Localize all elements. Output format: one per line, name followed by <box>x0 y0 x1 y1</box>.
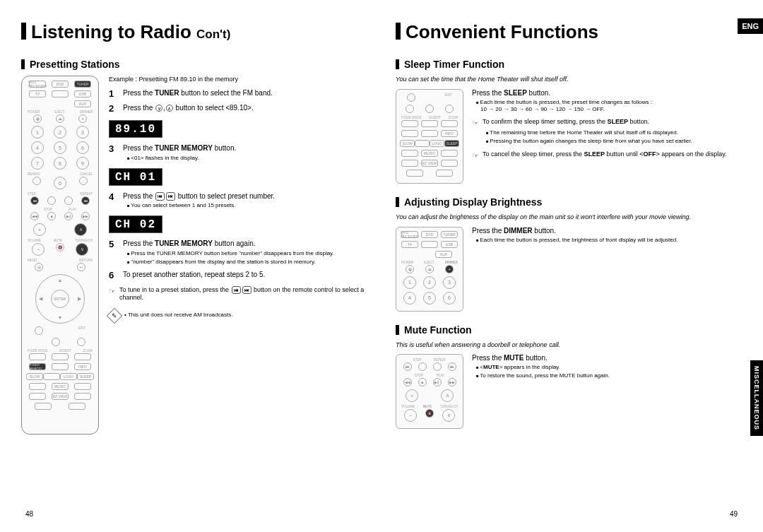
btn-g14 <box>29 393 46 400</box>
step-num-1: 1 <box>109 88 117 99</box>
sleep-intro: You can set the time that the Home Theat… <box>396 76 742 83</box>
sleep-hand-n2: Pressing the button again changes the sl… <box>482 138 742 145</box>
mr-s-4 <box>445 105 454 113</box>
lbl-step: STEP <box>28 192 36 196</box>
page-left: Listening to Radio Con't) Presetting Sta… <box>21 21 367 518</box>
mr-d-6: USB <box>441 241 458 248</box>
step-3-text: Press the TUNER MEMORY button.<01> flash… <box>123 143 367 162</box>
hand-pointer-icon <box>109 286 116 297</box>
skip-back-icon-2: ⏮ <box>232 286 241 294</box>
btn-tuner: TUNER <box>74 81 91 88</box>
digit-7: 7 <box>31 157 44 170</box>
btn-power: ⏻ <box>33 114 42 123</box>
mr-m-rew: ◀◀ <box>403 378 412 386</box>
mr-m-cdn: ∨ <box>442 409 455 422</box>
section-dimmer: Adjusting Display Brightness You can adj… <box>396 196 742 312</box>
btn-stop: ■ <box>47 212 56 220</box>
step-5-note2: "number" disappears from the display and… <box>123 259 367 266</box>
lbl-stop: STOP <box>44 208 52 211</box>
btn-dimmer: ☀ <box>78 114 87 123</box>
display-ch01: CH 01 <box>109 168 162 186</box>
lbl-repeat: REPEAT <box>80 192 93 196</box>
lbl-cancel: CANCEL <box>80 172 93 176</box>
mr-d-2: DVD <box>421 231 438 238</box>
section-mute: Mute Function This is useful when answer… <box>396 324 742 430</box>
tune-up-icon: ∧ <box>166 105 173 112</box>
lbl-psize: P.SIZE MODE <box>28 349 47 353</box>
btn-aux2 <box>52 338 60 346</box>
mr-s-7 <box>441 120 458 127</box>
step-3-note: <01> flashes in the display. <box>123 155 367 162</box>
page-right: Convenient Functions Sleep Timer Functio… <box>396 21 742 518</box>
steps-column: Example : Presetting FM 89.10 in the mem… <box>109 76 367 435</box>
lbl-return: RETURN <box>79 259 93 262</box>
mr-s-6 <box>421 120 438 127</box>
example-text: Example : Presetting FM 89.10 in the mem… <box>109 76 367 83</box>
mr-d-4: TV <box>401 241 418 248</box>
mr-m-play: ▶‖ <box>433 378 442 386</box>
btn-ezview: EZ VIEW <box>52 393 69 400</box>
btn-info-small <box>35 326 43 335</box>
mr-s-13: LOGO <box>430 140 444 147</box>
lbl-digest: DIGEST <box>59 349 71 353</box>
step-4-text: Press the ⏮⏭ button to select preset num… <box>123 191 367 210</box>
mr-s-20 <box>406 170 423 177</box>
note-icon: ✎ <box>107 308 123 324</box>
mr-s-18: EZ VIEW <box>421 160 438 167</box>
lbl-remain: REMAIN <box>28 172 40 176</box>
mini-remote-sleep: EXIT P.SIZE MODEDIGESTZOOM INFO SLOWLOGO… <box>396 89 463 184</box>
btn-usb: USB <box>74 90 91 97</box>
mr-d-pwr: ⏻ <box>406 265 414 273</box>
mute-intro: This is useful when answering a doorbell… <box>396 341 742 349</box>
digit-4: 4 <box>31 141 44 154</box>
mr-d-d2: 2 <box>423 276 436 289</box>
btn-logo: LOGO <box>60 373 77 380</box>
lbl-power: POWER <box>28 110 40 114</box>
page-title-left: Listening to Radio Con't) <box>21 21 367 43</box>
mr-d-3: TUNER <box>441 231 458 238</box>
btn-ch-down: ∨ <box>76 243 88 256</box>
preset-hand-note: To tune in to a preset station, press th… <box>119 286 367 302</box>
mr-s-8 <box>401 130 418 137</box>
mr-s-5 <box>401 120 418 127</box>
hand-icon-sleep1 <box>472 118 479 129</box>
mr-s-16 <box>441 150 458 157</box>
btn-enter: ENTER <box>51 290 69 308</box>
mini-remote-mute: STEPREPEAT ⏮⏭ STOPPLAY ◀◀■▶‖▶▶ +∧ VOLUME… <box>396 354 463 429</box>
btn-g16 <box>74 393 91 400</box>
mr-m-rep <box>433 362 442 371</box>
step-num-3: 3 <box>109 143 117 154</box>
digit-0: 0 <box>54 177 66 189</box>
digit-5: 5 <box>54 141 66 154</box>
heading-mute: Mute Function <box>396 324 742 336</box>
step-num-2: 2 <box>109 103 117 114</box>
mr-d-d6: 6 <box>443 292 456 305</box>
mr-d-7: AUX <box>435 251 452 258</box>
btn-menu: ▤ <box>35 263 43 271</box>
title-main: Listening to Radio <box>31 21 191 42</box>
lbl-exit: EXIT <box>78 326 85 335</box>
btn-exit <box>77 338 85 346</box>
mr-s-17 <box>401 160 418 167</box>
btn-slow: SLOW <box>26 373 43 380</box>
mr-d-d4: 4 <box>403 292 416 305</box>
mini-remote-dimmer: DVD RECEIVERDVDTUNER TVUSB AUX POWEREJEC… <box>396 227 463 312</box>
lbl-mute: MUTE <box>54 239 63 242</box>
btn-blank <box>52 90 69 97</box>
step-4-note: You can select between 1 and 15 presets. <box>123 202 367 209</box>
lang-badge: ENG <box>738 18 763 34</box>
btn-return: ↩ <box>77 263 85 271</box>
mr-m-step <box>418 362 427 371</box>
btn-remain <box>32 177 41 185</box>
mr-s-15: MUSIC <box>421 150 438 157</box>
mr-s-21 <box>436 170 453 177</box>
sleep-note1b: 10 → 20 → 30 → 60 → 90 → 120 → 150 → OFF… <box>472 106 742 112</box>
mute-note1: <MUTE> appears in the display. <box>472 364 742 371</box>
mr-s-9 <box>421 130 438 137</box>
btn-dvd: DVD <box>52 81 69 88</box>
side-tab-misc: MISCELLANEOUS <box>750 360 763 436</box>
mr-m-vup: + <box>406 389 418 402</box>
heading-dimmer: Adjusting Display Brightness <box>396 196 742 208</box>
step-num-6: 6 <box>109 270 117 280</box>
mr-m-cup: ∧ <box>441 389 454 402</box>
